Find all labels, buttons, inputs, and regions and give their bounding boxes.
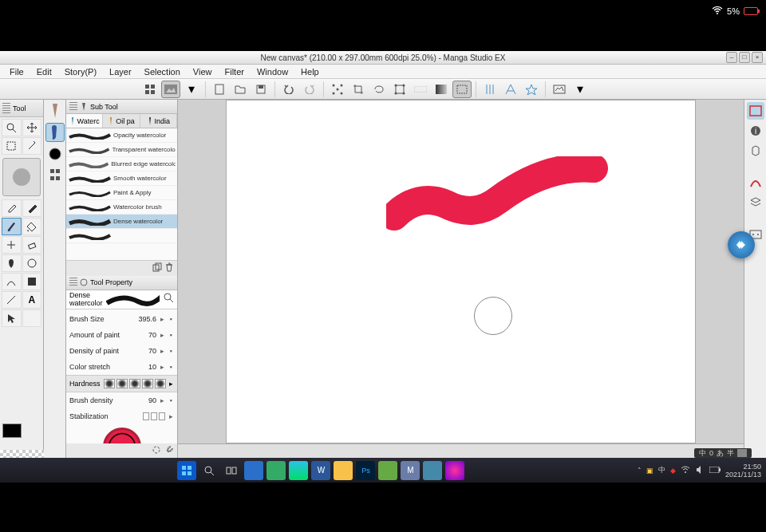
ruler-icon[interactable] [411, 81, 430, 98]
search-button[interactable] [199, 461, 219, 480]
brush-paint-apply[interactable]: Paint & Apply [66, 186, 177, 200]
pen-tool[interactable] [22, 199, 42, 217]
menu-file[interactable]: File [3, 67, 30, 77]
hardness-swatch-4[interactable] [142, 379, 153, 388]
config-icon[interactable]: ▪ [168, 315, 174, 323]
canvas[interactable] [226, 100, 696, 443]
reset-icon[interactable] [152, 443, 161, 458]
taskbar-clock[interactable]: 21:50 2021/11/13 [725, 463, 761, 479]
stepper-icon[interactable]: ▸ [159, 396, 165, 404]
image-icon[interactable] [161, 81, 180, 98]
taskbar-app-word[interactable]: W [311, 461, 330, 480]
pen-curve-tool[interactable] [2, 273, 22, 290]
foreground-color-swatch[interactable] [2, 424, 22, 438]
menu-edit[interactable]: Edit [30, 67, 58, 77]
brush-more[interactable] [66, 229, 177, 243]
undo-icon[interactable] [279, 81, 298, 98]
subtool-panel-title[interactable]: Sub Tool [66, 100, 177, 114]
duplicate-icon[interactable] [152, 261, 162, 275]
magnify-tool[interactable] [2, 119, 22, 136]
taskbar-app-paint[interactable] [378, 461, 397, 480]
stepper-icon[interactable]: ▸ [159, 347, 165, 355]
brush-blurred-edge[interactable]: Blurred edge watercolor [66, 157, 177, 171]
navigator-icon[interactable] [747, 102, 764, 120]
taskbar-app-2[interactable] [267, 461, 286, 480]
floating-assistant-icon[interactable] [728, 231, 755, 258]
menu-layer[interactable]: Layer [103, 67, 138, 77]
blend-tool[interactable] [22, 254, 42, 272]
airbrush-category-icon[interactable] [45, 144, 65, 164]
taskbar-app-edge[interactable]: ​ [289, 461, 308, 480]
stepper-icon[interactable]: ▸ [168, 412, 174, 420]
tray-wifi-icon[interactable] [681, 466, 690, 475]
menu-view[interactable]: View [187, 67, 219, 77]
tool-panel-header[interactable]: Tool [0, 100, 43, 117]
config-icon[interactable]: ▪ [168, 331, 174, 339]
hardness-swatch-1[interactable] [104, 379, 115, 388]
decoration-category-icon[interactable] [45, 166, 65, 185]
taskbar-app-ps[interactable]: Ps [356, 461, 375, 480]
quick-access-icon[interactable] [747, 174, 764, 191]
brush-tool[interactable] [2, 218, 22, 235]
maximize-button[interactable]: □ [739, 52, 750, 63]
tray-icon-1[interactable]: ▣ [646, 467, 653, 475]
brush-dense-watercolor[interactable]: Dense watercolor [66, 215, 177, 229]
stepper-icon[interactable]: ▸ [159, 315, 165, 323]
brush-smooth-watercolor[interactable]: Smooth watercolor [66, 171, 177, 186]
tray-volume-icon[interactable] [695, 465, 705, 476]
frame-tool[interactable] [22, 273, 42, 290]
stepper-icon[interactable]: ▸ [159, 331, 165, 339]
taskbar-app-8[interactable] [423, 461, 442, 480]
layer-icon[interactable] [747, 194, 764, 211]
brush-transparent-watercolor[interactable]: Transparent watercolor [66, 143, 177, 157]
taskbar-app-1[interactable] [244, 461, 263, 480]
gradient-tool[interactable] [2, 254, 22, 272]
canvas-area[interactable]: ◂ ▸ [178, 100, 744, 458]
grid-icon[interactable] [140, 81, 160, 98]
ime-indicator[interactable]: 中 0 あ 半 [694, 448, 752, 458]
config-icon[interactable]: ▪ [168, 363, 174, 371]
trash-icon[interactable] [164, 261, 174, 275]
stab-tick-2[interactable] [151, 412, 157, 420]
fill-tool[interactable] [22, 218, 42, 235]
selection-tool[interactable] [2, 137, 22, 155]
open-folder-icon[interactable] [231, 81, 250, 98]
cursor-tool[interactable] [2, 309, 22, 327]
menu-filter[interactable]: Filter [219, 67, 251, 77]
menu-selection[interactable]: Selection [138, 67, 187, 77]
snap-perspective-icon[interactable] [501, 81, 520, 98]
close-button[interactable]: × [752, 52, 763, 63]
wrench-icon[interactable] [164, 443, 174, 458]
save-icon[interactable] [251, 81, 270, 98]
tab-india-ink[interactable]: India [140, 114, 177, 128]
tray-language[interactable]: 中 [658, 465, 665, 475]
hardness-swatch-3[interactable] [129, 379, 140, 388]
line-tool[interactable] [2, 291, 22, 309]
tray-battery-icon[interactable] [709, 467, 721, 475]
eyedropper-tool[interactable] [2, 199, 22, 217]
brush-watercolor-brush[interactable]: Watercolor brush [66, 200, 177, 215]
stab-tick-3[interactable] [159, 412, 165, 420]
taskbar-app-manga[interactable]: M [401, 461, 420, 480]
taskview-button[interactable] [222, 461, 241, 480]
menu-window[interactable]: Window [251, 67, 294, 77]
redo-icon[interactable] [300, 81, 319, 98]
minimize-button[interactable]: – [726, 52, 737, 63]
brush-category-icon[interactable] [45, 123, 65, 142]
tab-oil-paint[interactable]: Oil pa [103, 114, 140, 128]
stab-tick-1[interactable] [143, 412, 149, 420]
tab-watercolor[interactable]: Waterc [66, 114, 103, 128]
start-button[interactable] [177, 461, 196, 480]
pencil-category-icon[interactable] [45, 101, 65, 120]
tray-chevron-icon[interactable]: ˄ [638, 467, 642, 475]
menu-help[interactable]: Help [294, 67, 326, 77]
handles-icon[interactable] [328, 81, 347, 98]
dropdown-arrow-icon-2[interactable]: ▾ [571, 81, 590, 98]
dropdown-arrow-icon[interactable]: ▾ [182, 81, 201, 98]
navigator-joystick[interactable] [2, 158, 41, 196]
snap-grid-icon[interactable] [480, 81, 499, 98]
color-wheel-knob[interactable] [103, 428, 141, 444]
stepper-icon[interactable]: ▸ [159, 363, 165, 371]
new-file-icon[interactable] [210, 81, 229, 98]
crop-icon[interactable] [349, 81, 368, 98]
